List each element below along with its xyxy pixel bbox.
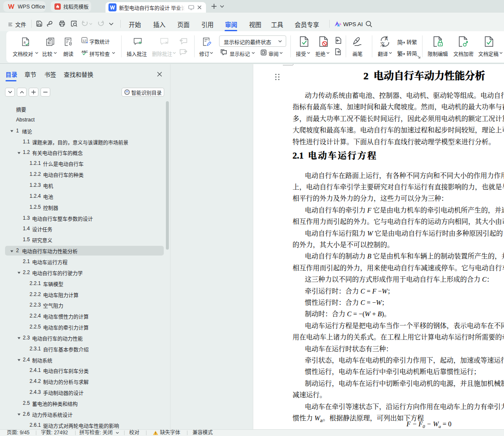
svg-text:A: A: [385, 36, 388, 41]
svg-text:a: a: [24, 40, 26, 44]
svg-text:ABC: ABC: [81, 50, 88, 53]
svg-text:文: 文: [380, 41, 385, 47]
svg-text:12: 12: [82, 39, 86, 43]
